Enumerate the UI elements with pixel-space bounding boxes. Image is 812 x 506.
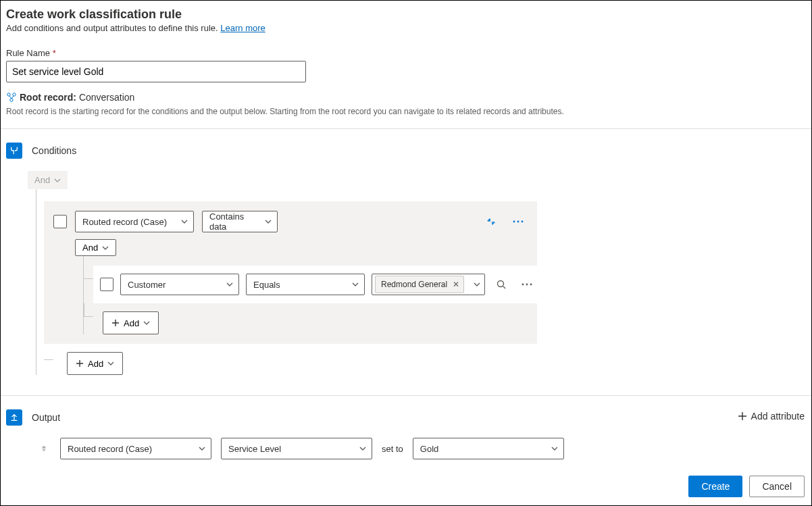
page-subtitle: Add conditions and output attributes to … (6, 23, 806, 33)
set-to-label: set to (382, 444, 403, 454)
chevron-down-icon (102, 245, 109, 251)
inner-checkbox[interactable] (100, 278, 113, 291)
more-icon[interactable] (517, 275, 536, 294)
inner-condition-row: Customer Equals Redmond General (93, 265, 543, 303)
rule-name-label: Rule Name * (6, 48, 806, 58)
create-button[interactable]: Create (688, 476, 742, 497)
group-checkbox[interactable] (53, 215, 67, 228)
collapse-icon[interactable] (482, 212, 501, 231)
chevron-down-icon (474, 281, 480, 288)
chevron-down-icon (265, 218, 272, 225)
chevron-down-icon (226, 281, 233, 288)
output-entity-select[interactable]: Routed record (Case) (60, 438, 211, 459)
conditions-badge (6, 143, 22, 159)
svg-point-9 (530, 284, 532, 286)
root-record-label: Root record: (20, 92, 76, 103)
svg-point-8 (526, 284, 528, 286)
group-operator-select[interactable]: Contains data (202, 211, 278, 232)
svg-point-0 (7, 93, 10, 96)
inner-operator-select[interactable]: Equals (246, 274, 365, 295)
svg-point-3 (513, 221, 515, 223)
svg-point-4 (517, 221, 519, 223)
inner-value-select[interactable]: Redmond General ✕ (372, 274, 485, 295)
remove-chip-icon[interactable]: ✕ (453, 280, 459, 289)
chevron-down-icon (143, 320, 150, 326)
chevron-down-icon (359, 445, 366, 452)
output-value-select[interactable]: Gold (413, 438, 564, 459)
condition-group: Routed record (Case) Contains data (44, 201, 537, 344)
delete-icon[interactable] (37, 439, 51, 458)
output-title: Output (32, 412, 60, 423)
svg-point-5 (522, 221, 524, 223)
chevron-down-icon (107, 360, 114, 367)
plus-icon (738, 411, 747, 421)
conditions-title: Conditions (32, 145, 76, 156)
page-title: Create work classification rule (6, 7, 806, 22)
output-attribute-select[interactable]: Service Level (221, 438, 372, 459)
plus-icon (76, 359, 84, 368)
root-and-dropdown[interactable]: And (28, 171, 68, 189)
chevron-down-icon (54, 177, 61, 184)
hierarchy-icon (6, 92, 17, 103)
add-outer-button[interactable]: Add (67, 352, 123, 375)
add-attribute-button[interactable]: Add attribute (738, 411, 805, 422)
chevron-down-icon (199, 445, 205, 452)
output-badge (6, 409, 22, 426)
search-icon[interactable] (492, 275, 511, 294)
root-record-help: Root record is the starting record for t… (1, 107, 811, 128)
rule-name-input[interactable] (6, 61, 306, 82)
chevron-down-icon (181, 218, 188, 225)
cancel-button[interactable]: Cancel (749, 476, 805, 497)
group-field-select[interactable]: Routed record (Case) (75, 211, 194, 232)
sub-and-dropdown[interactable]: And (75, 239, 116, 256)
plus-icon (111, 319, 120, 327)
value-chip: Redmond General ✕ (375, 276, 464, 293)
svg-point-7 (522, 284, 524, 286)
svg-point-1 (13, 93, 16, 96)
chevron-down-icon (352, 281, 359, 288)
chevron-down-icon (551, 445, 558, 452)
add-inner-button[interactable]: Add (103, 311, 159, 334)
more-icon[interactable] (509, 212, 528, 231)
svg-point-2 (10, 99, 13, 101)
svg-point-6 (498, 281, 504, 287)
learn-more-link[interactable]: Learn more (220, 23, 265, 33)
root-record-value: Conversation (79, 92, 135, 103)
inner-field-select[interactable]: Customer (120, 274, 239, 295)
